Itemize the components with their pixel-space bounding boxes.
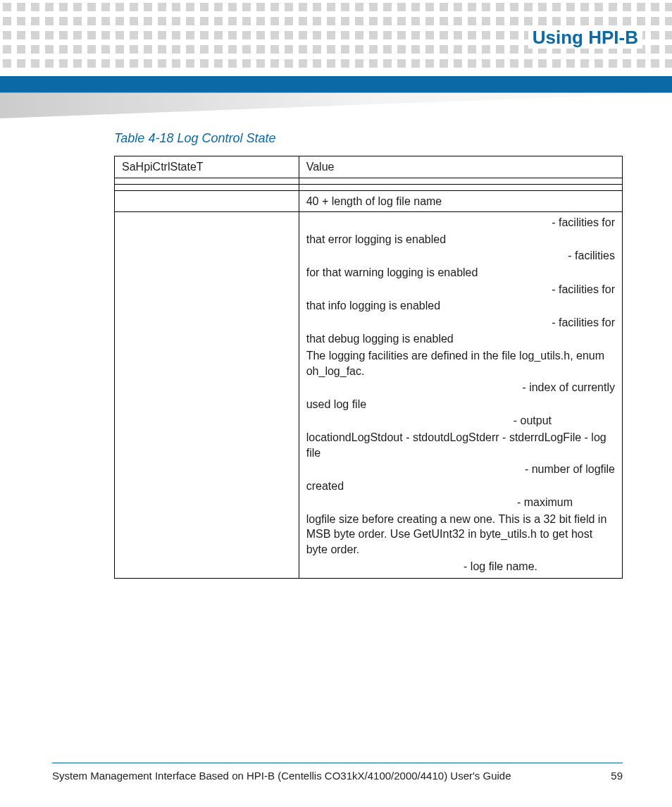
table-row: [115, 184, 623, 190]
text-line: used log file: [306, 397, 615, 412]
text-line: created: [306, 479, 615, 494]
header-bar: [0, 76, 672, 93]
table-row: 40 + length of log file name: [115, 190, 623, 212]
text-line: - index of currently: [306, 380, 615, 395]
text-line: - facilities for: [306, 282, 615, 297]
text-line: - number of logfile: [306, 462, 615, 477]
footer: System Management Interface Based on HPI…: [52, 770, 623, 782]
table-caption: Table 4-18 Log Control State: [114, 131, 623, 146]
text-line: The logging facilities are defined in th…: [306, 348, 615, 378]
page-title: Using HPI-B: [528, 27, 642, 49]
footer-text: System Management Interface Based on HPI…: [52, 770, 511, 782]
text-line: - output: [306, 413, 615, 429]
table-header-cell: SaHpiCtrlStateT: [115, 156, 299, 178]
table-cell: [115, 178, 299, 184]
text-line: locationdLogStdout - stdoutdLogStderr - …: [306, 430, 615, 460]
log-control-state-table: SaHpiCtrlStateT Value 40 + length of log…: [114, 156, 623, 579]
page-number: 59: [611, 770, 623, 782]
text-line: - facilities for: [306, 315, 615, 331]
text-line: that error logging is enabled: [306, 232, 615, 247]
table-cell: [115, 212, 299, 579]
text-line: - facilities: [306, 248, 615, 264]
table-header-row: SaHpiCtrlStateT Value: [115, 156, 623, 178]
table-header-cell: Value: [299, 156, 622, 178]
text-line: - facilities for: [306, 215, 615, 230]
table-cell: [115, 184, 299, 190]
table-row: - facilities for that error logging is e…: [115, 212, 623, 579]
table-cell: 40 + length of log file name: [299, 190, 622, 212]
text-line: that debug logging is enabled: [306, 331, 615, 347]
table-cell: [115, 190, 299, 212]
text-line: that info logging is enabled: [306, 298, 615, 314]
text-line: - maximum: [306, 495, 615, 510]
table-row: [115, 178, 623, 184]
header-shadow: [0, 93, 672, 118]
footer-rule: [52, 763, 623, 763]
text-line: logfile size before creating a new one. …: [306, 512, 615, 557]
text-line: - log file name.: [306, 559, 615, 574]
table-cell: [299, 184, 622, 190]
text-line: for that warning logging is enabled: [306, 265, 615, 281]
table-cell: [299, 178, 622, 184]
table-cell: - facilities for that error logging is e…: [299, 212, 622, 579]
content-area: Table 4-18 Log Control State SaHpiCtrlSt…: [114, 131, 623, 579]
